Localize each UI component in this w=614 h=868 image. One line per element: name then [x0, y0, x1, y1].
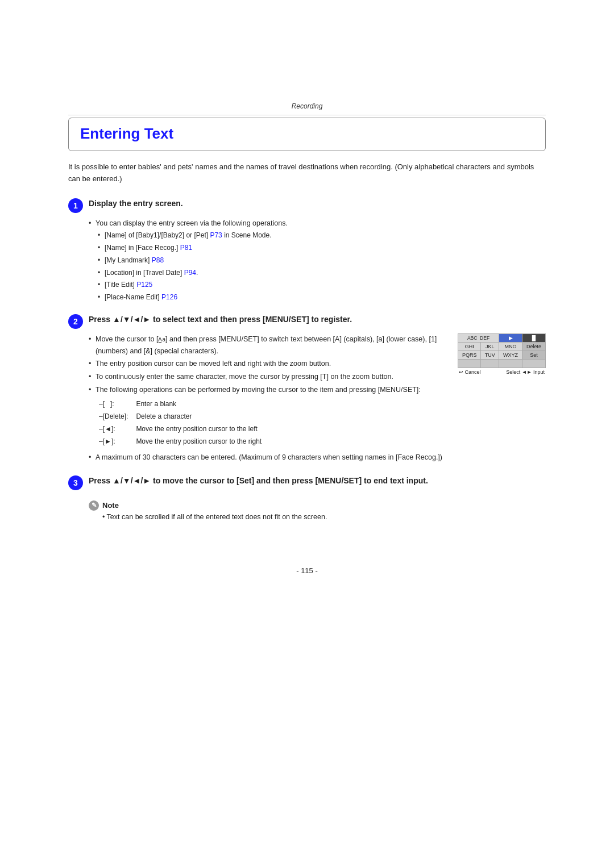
link-p88[interactable]: P88	[152, 256, 164, 264]
note-section: ✎ Note • Text can be scrolled if all of …	[89, 500, 546, 521]
step-2-layout: Move the cursor to [A̲a] and then press …	[68, 333, 546, 465]
op-key-left: –[◄]:	[99, 424, 135, 435]
cancel-label: ↩ Cancel	[459, 369, 481, 375]
kb-cell-set: Set	[522, 351, 545, 360]
step-2-header: 2 Press ▲/▼/◄/► to select text and then …	[68, 314, 546, 329]
step-2-number: 2	[68, 314, 83, 329]
recording-label: Recording	[68, 102, 546, 110]
step-3-title: Press ▲/▼/◄/► to move the cursor to [Set…	[89, 475, 428, 487]
keyboard-bottom-row: ↩ Cancel Select ◄► Input	[458, 369, 546, 375]
kb-cell-e1	[458, 360, 481, 368]
link-p126[interactable]: P126	[161, 293, 177, 301]
op-row-blank: –[ ]: Enter a blank	[99, 399, 262, 410]
kb-row-4	[458, 360, 546, 368]
step-1-sub-2: [Name] in [Face Recog.] P81	[98, 243, 546, 254]
kb-cell-jkl: JKL	[481, 343, 499, 351]
kb-row-1: ABC DEF ▶ █	[458, 334, 546, 343]
step-1-number: 1	[68, 198, 83, 213]
link-p94[interactable]: P94	[184, 269, 196, 277]
link-p81[interactable]: P81	[180, 244, 192, 252]
op-key-blank: –[ ]:	[99, 399, 135, 410]
op-desc-blank: Enter a blank	[136, 399, 262, 410]
step-2-bullet-1: Move the cursor to [A̲a] and then press …	[89, 333, 449, 357]
op-desc-delete: Delete a character	[136, 411, 262, 423]
step-1-sub-3: [My Landmark] P88	[98, 255, 546, 266]
step-2-bullet-5: A maximum of 30 characters can be entere…	[89, 452, 449, 464]
step-3-number: 3	[68, 475, 83, 490]
note-header: ✎ Note	[89, 500, 546, 511]
step-2-bullet-list-2: A maximum of 30 characters can be entere…	[89, 452, 449, 464]
op-key-delete: –[Delete]:	[99, 411, 135, 423]
step-1-sub-list: [Name] of [Baby1]/[Baby2] or [Pet] P73 i…	[98, 230, 546, 303]
note-label: Note	[102, 501, 119, 510]
step-1-title: Display the entry screen.	[89, 198, 183, 210]
page-title: Entering Text	[80, 125, 173, 142]
step-2-title: Press ▲/▼/◄/► to select text and then pr…	[89, 314, 352, 326]
kb-cell-delete: Delete	[522, 343, 545, 351]
step-3-section: 3 Press ▲/▼/◄/► to move the cursor to [S…	[68, 475, 546, 490]
step-2-bullet-4: The following operations can be performe…	[89, 384, 449, 396]
step-2-bullet-2: The entry position cursor can be moved l…	[89, 358, 449, 370]
link-p73[interactable]: P73	[210, 231, 222, 239]
kb-row-2: GHI JKL MNO Delete	[458, 343, 546, 351]
step-2-section: 2 Press ▲/▼/◄/► to select text and then …	[68, 314, 546, 465]
step-1-header: 1 Display the entry screen.	[68, 198, 546, 213]
title-box: Entering Text	[68, 118, 546, 151]
step-1-content: You can display the entry screen via the…	[89, 218, 546, 303]
op-row-delete: –[Delete]: Delete a character	[99, 411, 262, 423]
select-input-label: Select ◄► Input	[506, 369, 545, 375]
kb-cell-mno: MNO	[499, 343, 522, 351]
step-2-content: Move the cursor to [A̲a] and then press …	[89, 333, 449, 465]
kb-cell-arrow: ▶	[499, 334, 522, 343]
title-divider	[68, 115, 546, 115]
keyboard-table: ABC DEF ▶ █ GHI JKL MNO Delete PQRS TUV …	[458, 333, 546, 368]
step-1-bullet-1: You can display the entry screen via the…	[89, 218, 546, 229]
kb-cell-e3	[499, 360, 522, 368]
op-row-left: –[◄]: Move the entry position cursor to …	[99, 424, 262, 435]
step-3-header: 3 Press ▲/▼/◄/► to move the cursor to [S…	[68, 475, 546, 490]
step-1-section: 1 Display the entry screen. You can disp…	[68, 198, 546, 303]
step-1-sub-4: [Location] in [Travel Date] P94.	[98, 268, 546, 279]
kb-cell-dark: █	[522, 334, 545, 343]
op-row-right: –[►]: Move the entry position cursor to …	[99, 436, 262, 448]
note-icon: ✎	[89, 500, 99, 511]
step-2-bullet-3: To continuously enter the same character…	[89, 371, 449, 383]
kb-cell-e2	[481, 360, 499, 368]
step-1-sub-5: [Title Edit] P125	[98, 279, 546, 291]
kb-row-3: PQRS TUV WXYZ Set	[458, 351, 546, 360]
note-text: • Text can be scrolled if all of the ent…	[102, 513, 546, 521]
kb-cell-ghi: GHI	[458, 343, 481, 351]
step-2-bullet-list: Move the cursor to [A̲a] and then press …	[89, 333, 449, 395]
page-container: Recording Entering Text It is possible t…	[0, 0, 614, 868]
keyboard-visual: ABC DEF ▶ █ GHI JKL MNO Delete PQRS TUV …	[458, 333, 546, 375]
operations-table: –[ ]: Enter a blank –[Delete]: Delete a …	[98, 398, 263, 448]
link-p125[interactable]: P125	[136, 281, 152, 289]
step-1-bullet-list: You can display the entry screen via the…	[89, 218, 546, 229]
step-1-sub-1: [Name] of [Baby1]/[Baby2] or [Pet] P73 i…	[98, 230, 546, 241]
step-1-sub-6: [Place-Name Edit] P126	[98, 292, 546, 303]
op-key-right: –[►]:	[99, 436, 135, 448]
intro-text: It is possible to enter babies' and pets…	[68, 161, 546, 185]
kb-cell-tuv: TUV	[481, 351, 499, 360]
kb-cell-abc-def: ABC DEF	[458, 334, 499, 343]
kb-cell-e4	[522, 360, 545, 368]
kb-cell-pqrs: PQRS	[458, 351, 481, 360]
page-number: - 115 -	[68, 566, 546, 575]
op-desc-left: Move the entry position cursor to the le…	[136, 424, 262, 435]
op-desc-right: Move the entry position cursor to the ri…	[136, 436, 262, 448]
kb-cell-wxyz: WXYZ	[499, 351, 522, 360]
